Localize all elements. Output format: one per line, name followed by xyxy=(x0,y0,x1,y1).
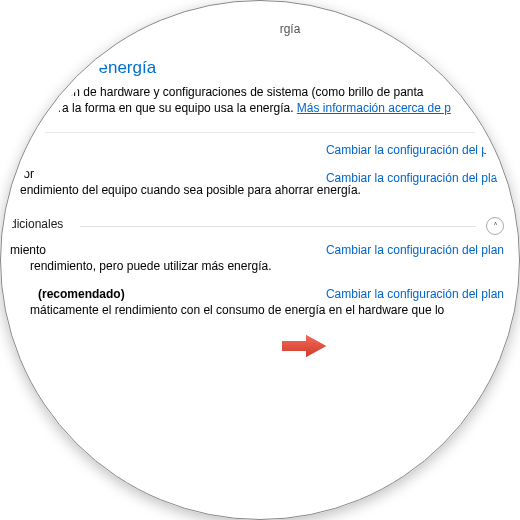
plan-row-1: Cambiar la configuración del plan xyxy=(0,133,520,161)
change-plan-link-3[interactable]: Cambiar la configuración del plan xyxy=(326,243,504,257)
desc-text-1: colección de hardware y configuraciones … xyxy=(30,85,424,99)
plan-row-4: Cambiar la configuración del plan (recom… xyxy=(0,277,520,321)
plan-2-desc: l rendimiento del equipo cuando sea posi… xyxy=(10,183,504,197)
change-plan-link-1[interactable]: Cambiar la configuración del plan xyxy=(326,143,504,157)
plan-row-2: Cambiar la configuración del plan ador l… xyxy=(0,161,520,201)
highlight-arrow-icon xyxy=(282,335,326,357)
svg-marker-1 xyxy=(282,335,326,357)
chevron-up-icon: ˄ xyxy=(493,221,498,232)
plan-row-3: Cambiar la configuración del plan miento… xyxy=(0,233,520,277)
group-divider xyxy=(80,226,476,227)
desc-text-2: ninistra la forma en que su equipo usa l… xyxy=(30,101,294,115)
plan-3-desc: rendimiento, pero puede utilizar más ene… xyxy=(30,259,504,273)
page-title: plan de energía xyxy=(38,58,520,78)
page-description: colección de hardware y configuraciones … xyxy=(30,84,500,116)
svg-marker-0 xyxy=(282,335,326,357)
plan-4-desc: máticamente el rendimiento con el consum… xyxy=(30,303,504,317)
breadcrumb-partial: rgía xyxy=(60,22,520,36)
additional-plans-group: dicionales ˄ xyxy=(10,217,504,233)
change-plan-link-4[interactable]: Cambiar la configuración del plan xyxy=(326,287,504,301)
group-label: dicionales xyxy=(10,217,69,231)
change-plan-link-2[interactable]: Cambiar la configuración del plan xyxy=(326,171,504,185)
more-info-link[interactable]: Más información acerca de p xyxy=(297,101,451,115)
